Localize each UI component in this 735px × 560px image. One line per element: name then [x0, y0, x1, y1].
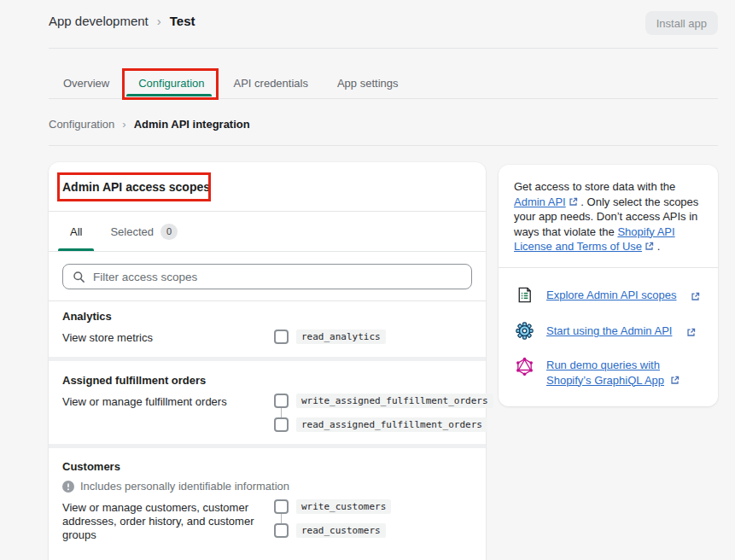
info-links: Explore Admin API scopes	[499, 268, 718, 406]
chevron-right-icon: ›	[122, 118, 125, 131]
scope-row: View store metrics read_analytics	[62, 330, 472, 345]
scope-description: View store metrics	[62, 330, 274, 345]
scope-code-chip: read_customers	[296, 523, 386, 538]
selected-count-badge: 0	[160, 224, 178, 240]
scope-code-chip: write_customers	[296, 499, 391, 514]
scroll-icon	[514, 285, 534, 306]
admin-api-access-scopes-card: Admin API access scopes All Selected 0 A…	[49, 162, 486, 560]
link-row-explore-scopes: Explore Admin API scopes	[512, 277, 704, 313]
breadcrumb: App development › Test	[49, 14, 195, 28]
gear-icon	[514, 321, 534, 341]
scope-row: View or manage fulfillment orders write_…	[62, 394, 472, 432]
filter-scopes-field[interactable]	[62, 264, 472, 289]
scope-filter-tabs: All Selected 0	[49, 212, 486, 251]
tab-app-settings[interactable]: App settings	[337, 77, 399, 90]
scope-checkbox-read-customers[interactable]	[274, 523, 289, 538]
sub-breadcrumb-divider	[49, 145, 718, 146]
scope-code-chip: read_assigned_fulfillment_orders	[296, 417, 487, 432]
section-title: Analytics	[62, 310, 472, 323]
breadcrumb-parent[interactable]: App development	[49, 14, 149, 28]
scope-code-chip: write_assigned_fulfillment_orders	[296, 394, 493, 408]
install-app-button[interactable]: Install app	[645, 11, 718, 35]
external-link-icon	[670, 376, 680, 385]
tab-all-scopes[interactable]: All	[58, 212, 94, 251]
info-icon	[62, 481, 74, 493]
external-link-icon	[569, 197, 578, 207]
scopes-column: write_assigned_fulfillment_orders read_a…	[274, 394, 493, 432]
link-row-graphiql: Run demo queries with Shopify’s GraphiQL…	[512, 349, 704, 395]
graphiql-app-link[interactable]: Run demo queries with Shopify’s GraphiQL…	[546, 359, 664, 387]
tab-overview[interactable]: Overview	[63, 77, 109, 90]
scope-item: write_assigned_fulfillment_orders	[274, 394, 493, 408]
external-link-icon	[686, 328, 696, 337]
pii-note: Includes personally identifiable informa…	[62, 480, 472, 493]
scope-checkbox-read-analytics[interactable]	[274, 330, 289, 344]
scope-item: write_customers	[274, 499, 391, 514]
scopes-column: write_customers read_customers	[274, 499, 472, 542]
scope-item: read_analytics	[274, 330, 386, 344]
app-development-page: App development › Test Install app Overv…	[0, 0, 735, 560]
sub-breadcrumb-current: Admin API integration	[134, 118, 250, 131]
card-title-row: Admin API access scopes	[49, 162, 486, 211]
scope-checkbox-write-assigned-fulfillment-orders[interactable]	[274, 394, 289, 408]
scopes-column: read_analytics	[274, 330, 472, 345]
sub-breadcrumb: Configuration › Admin API integration	[49, 118, 250, 131]
info-text-3: .	[654, 240, 660, 253]
filter-scopes-input[interactable]	[93, 271, 464, 283]
checkbox-connector-line	[281, 514, 282, 523]
graphiql-icon	[514, 357, 534, 377]
info-paragraph: Get access to store data with the Admin …	[499, 165, 718, 267]
scope-checkbox-write-customers[interactable]	[274, 499, 289, 514]
admin-api-link[interactable]: Admin API	[514, 195, 566, 208]
start-using-admin-api-link[interactable]: Start using the Admin API	[546, 324, 672, 338]
card-title: Admin API access scopes	[62, 180, 210, 194]
tabs-divider	[49, 98, 718, 99]
scope-item: read_assigned_fulfillment_orders	[274, 417, 487, 432]
section-analytics: Analytics View store metrics read_analyt…	[49, 301, 486, 357]
scope-row: View or manage customers, customer addre…	[62, 499, 472, 542]
section-assigned-fulfillment-orders: Assigned fulfillment orders View or mana…	[49, 361, 486, 444]
scope-description: View or manage fulfillment orders	[62, 394, 274, 432]
info-text-1: Get access to store data with the	[514, 180, 675, 193]
explore-admin-api-scopes-link[interactable]: Explore Admin API scopes	[546, 288, 676, 302]
section-customers: Customers Includes personally identifiab…	[49, 448, 486, 554]
tab-selected-scopes[interactable]: Selected 0	[94, 212, 178, 251]
admin-api-info-card: Get access to store data with the Admin …	[499, 165, 718, 406]
scope-code-chip: read_analytics	[296, 330, 386, 344]
tab-selected-label: Selected	[110, 225, 154, 238]
tab-configuration[interactable]: Configuration	[138, 77, 204, 90]
link-row-start-admin-api: Start using the Admin API	[512, 313, 704, 349]
scope-checkbox-read-assigned-fulfillment-orders[interactable]	[274, 417, 289, 432]
section-title: Assigned fulfillment orders	[62, 374, 472, 387]
external-link-icon	[691, 292, 700, 301]
active-tab-underline	[126, 94, 212, 96]
nav-tabs: Overview Configuration API credentials A…	[63, 70, 399, 96]
page-title: Test	[170, 14, 195, 28]
pii-note-text: Includes personally identifiable informa…	[80, 480, 289, 493]
external-link-icon	[645, 242, 654, 251]
checkbox-connector-line	[281, 408, 282, 417]
search-icon	[73, 271, 85, 283]
search-row	[49, 252, 486, 300]
sub-breadcrumb-parent[interactable]: Configuration	[49, 118, 114, 131]
tab-api-credentials[interactable]: API credentials	[234, 77, 308, 90]
header-divider	[49, 48, 718, 49]
scope-description: View or manage customers, customer addre…	[62, 499, 274, 542]
scope-item: read_customers	[274, 523, 386, 538]
chevron-right-icon: ›	[157, 14, 161, 28]
section-title: Customers	[62, 460, 472, 473]
